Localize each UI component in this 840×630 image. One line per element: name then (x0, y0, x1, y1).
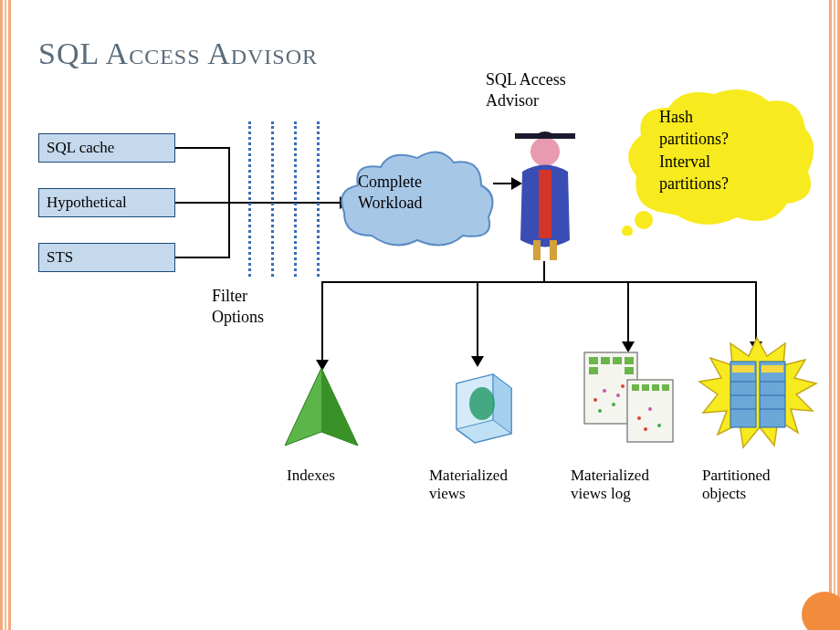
svg-rect-38 (732, 365, 754, 373)
svg-point-22 (612, 403, 615, 406)
svg-point-33 (657, 424, 661, 427)
source-hypothetical-label: Hypothetical (47, 194, 127, 212)
filter-line (248, 121, 251, 277)
source-sql-cache: SQL cache (38, 133, 175, 163)
source-sts-label: STS (47, 248, 73, 267)
mviews-cube-icon (438, 356, 520, 447)
svg-point-5 (635, 211, 653, 229)
partitioned-label: Partitioned objects (702, 467, 771, 504)
connector-line (175, 257, 230, 258)
svg-rect-14 (589, 357, 598, 364)
svg-point-31 (637, 416, 641, 420)
indexes-label: Indexes (287, 467, 335, 485)
svg-rect-1 (539, 170, 551, 238)
cloud-label: Complete Workload (358, 172, 423, 215)
connector-line (543, 261, 545, 281)
filter-options-label: Filter Options (212, 286, 264, 329)
mviews-label: Materialized views (429, 467, 508, 504)
indexes-pyramid-icon (280, 363, 362, 455)
filter-line (271, 121, 274, 277)
svg-rect-27 (632, 384, 639, 391)
svg-point-25 (616, 394, 620, 397)
diagram-canvas: SQL cache Hypothetical STS Filter Option… (38, 71, 802, 583)
svg-rect-39 (761, 365, 783, 373)
svg-rect-4 (550, 240, 557, 260)
svg-rect-17 (625, 357, 634, 364)
filter-line (294, 121, 297, 277)
svg-point-34 (644, 427, 647, 431)
source-hypothetical: Hypothetical (38, 188, 175, 217)
svg-point-32 (648, 407, 652, 411)
svg-rect-18 (589, 367, 598, 374)
connector-line (321, 281, 757, 283)
advisor-graduate-icon (504, 108, 586, 263)
partitioned-starburst-icon (696, 336, 819, 459)
mviews-log-label: Materialized views log (571, 467, 649, 504)
connector-line (477, 281, 478, 358)
svg-rect-3 (533, 240, 541, 260)
svg-point-23 (621, 384, 625, 388)
connector-line (755, 281, 757, 343)
svg-point-12 (469, 387, 495, 420)
svg-marker-35 (699, 338, 816, 447)
svg-rect-28 (642, 384, 649, 391)
slide-title: SQL Access Advisor (38, 37, 802, 71)
left-edge-decoration (0, 0, 11, 630)
connector-line (321, 281, 323, 362)
svg-rect-29 (652, 384, 659, 391)
mviews-log-icon (577, 345, 682, 455)
svg-rect-16 (613, 357, 622, 364)
connector-line (175, 202, 340, 204)
thought-text: Hash partitions? Interval partitions? (659, 106, 729, 194)
filter-line (317, 121, 320, 277)
svg-rect-15 (601, 357, 610, 364)
advisor-label: SQL Access Advisor (486, 69, 566, 110)
svg-marker-8 (321, 368, 358, 446)
svg-point-0 (530, 137, 560, 166)
svg-point-6 (622, 226, 633, 236)
svg-rect-30 (662, 384, 669, 391)
connector-line (175, 147, 230, 149)
connector-line (627, 281, 629, 343)
svg-point-20 (593, 398, 597, 402)
svg-point-21 (603, 389, 606, 393)
slide-content: SQL Access Advisor SQL cache Hypothetica… (20, 0, 820, 630)
source-sts: STS (38, 243, 175, 272)
right-edge-decoration (829, 0, 840, 630)
svg-point-24 (598, 409, 602, 413)
source-sql-cache-label: SQL cache (47, 139, 114, 157)
connector-line (228, 147, 230, 258)
svg-rect-19 (625, 367, 634, 374)
